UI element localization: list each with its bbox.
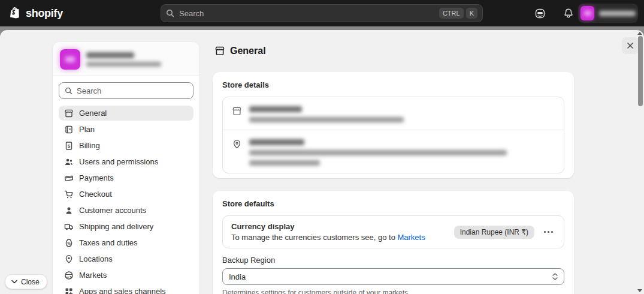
chevron-down-icon [11, 280, 17, 284]
global-search-input[interactable]: Search CTRL K [161, 4, 483, 22]
settings-search-input[interactable]: Search [59, 82, 193, 99]
backup-region-label: Backup Region [222, 256, 564, 265]
store-details-box [222, 97, 564, 173]
close-icon [627, 42, 634, 49]
sidebar-item-general[interactable]: General [59, 106, 193, 121]
truck-icon [64, 221, 74, 232]
storefront-icon [214, 46, 225, 56]
shopify-bag-icon [8, 6, 23, 20]
plan-icon [64, 124, 74, 134]
redacted-store-name [86, 52, 134, 58]
sidebar-item-label: Markets [79, 271, 107, 280]
shopify-wordmark: shopify [26, 7, 63, 20]
k-key-badge: K [466, 8, 477, 19]
redacted-store-name [249, 106, 302, 112]
sidebar-item-taxes-and-duties[interactable]: % Taxes and duties [59, 235, 193, 250]
sidebar-item-label: Checkout [79, 190, 112, 199]
backup-region-select[interactable]: India [222, 268, 564, 285]
vertical-scrollbar[interactable] [636, 31, 643, 293]
shopify-logo[interactable]: shopify [8, 6, 63, 20]
redacted-store-name [599, 11, 636, 16]
sidebar-item-shipping-and-delivery[interactable]: Shipping and delivery [59, 219, 193, 234]
sidebar-item-users-and-permissions[interactable]: Users and permissions [59, 154, 193, 169]
sidebar-item-label: Apps and sales channels [79, 287, 166, 294]
ctrl-key-badge: CTRL [439, 8, 464, 19]
redacted-billing-address-label [249, 139, 304, 145]
storefront-icon [64, 108, 74, 118]
sidebar-item-payments[interactable]: Payments [59, 170, 193, 185]
currency-display-description: To manage the currencies customers see, … [231, 233, 425, 242]
scrollbar-thumb[interactable] [638, 36, 643, 106]
settings-nav: General Plan $ Billing Users and permiss… [53, 104, 199, 294]
redacted-address-line-2 [249, 160, 320, 166]
backup-region-value: India [229, 272, 246, 281]
payments-icon [64, 173, 74, 183]
keyboard-shortcut: CTRL K [439, 8, 477, 19]
scroll-up-arrow[interactable] [637, 32, 642, 35]
billing-icon: $ [64, 140, 74, 151]
sidebar-item-customer-accounts[interactable]: Customer accounts [59, 203, 193, 218]
markets-link[interactable]: Markets [397, 233, 425, 242]
billing-address-row[interactable] [223, 130, 564, 173]
page-title: General [214, 46, 266, 56]
currency-display-label: Currency display [231, 222, 425, 231]
more-actions-icon[interactable] [542, 229, 555, 235]
scroll-down-arrow[interactable] [637, 289, 642, 292]
currency-value-badge: Indian Rupee (INR ₹) [454, 226, 534, 239]
person-icon [64, 205, 74, 215]
sidebar-item-label: Locations [79, 254, 113, 263]
sidekick-assistant-button[interactable] [531, 5, 548, 22]
sidebar-item-locations[interactable]: Locations [59, 251, 193, 266]
collapse-close-button[interactable]: Close [5, 274, 47, 289]
store-details-card: Store details [213, 72, 574, 178]
sidebar-item-apps-and-sales-channels[interactable]: Apps and sales channels [59, 284, 193, 294]
currency-description-text: To manage the currencies customers see, … [231, 233, 397, 242]
storefront-icon [231, 106, 242, 116]
section-heading: Store details [213, 72, 574, 89]
location-pin-icon [64, 254, 74, 264]
sidebar-item-label: Taxes and duties [79, 238, 138, 247]
page-title-text: General [230, 46, 266, 56]
search-placeholder: Search [179, 9, 204, 18]
select-stepper-icon [552, 273, 558, 280]
backup-region-helper-text: Determines settings for customers outsid… [222, 289, 564, 294]
settings-sidebar: Search General Plan $ Billing [53, 42, 199, 294]
svg-text:$: $ [67, 143, 70, 148]
currency-display-row: Currency display To manage the currencie… [222, 215, 564, 248]
search-icon [65, 87, 72, 95]
sidebar-item-label: Billing [79, 141, 100, 150]
section-heading: Store defaults [213, 191, 574, 208]
search-placeholder: Search [77, 86, 101, 95]
search-icon [166, 9, 174, 17]
sidebar-item-plan[interactable]: Plan [59, 122, 193, 137]
cart-icon [64, 189, 74, 199]
svg-text:%: % [67, 241, 71, 245]
notifications-button[interactable] [560, 5, 577, 22]
bell-icon [563, 8, 574, 19]
sidebar-item-billing[interactable]: $ Billing [59, 138, 193, 153]
sidebar-item-checkout[interactable]: Checkout [59, 187, 193, 202]
users-icon [64, 157, 74, 167]
redacted-store-contact [249, 117, 404, 122]
sidebar-item-label: Shipping and delivery [79, 222, 153, 231]
store-defaults-card: Store defaults Currency display To manag… [213, 191, 574, 294]
taxes-icon: % [64, 238, 74, 248]
store-account-menu[interactable] [578, 4, 638, 23]
redacted-address-line-1 [249, 150, 507, 155]
globe-icon: $ [64, 270, 74, 280]
sidebar-item-label: Plan [79, 125, 95, 134]
store-profile-row[interactable] [223, 97, 564, 130]
store-avatar [60, 49, 80, 70]
topbar: shopify Search CTRL K [0, 0, 644, 26]
location-pin-icon [231, 139, 242, 149]
sidebar-item-label: Payments [79, 173, 114, 182]
redacted-store-domain [86, 62, 161, 67]
sidebar-store-card[interactable] [53, 42, 199, 76]
sidebar-item-label: Customer accounts [79, 206, 146, 215]
sidekick-icon [534, 8, 546, 19]
store-avatar [580, 6, 594, 20]
settings-page-surface: Search General Plan $ Billing [0, 30, 644, 294]
sidebar-item-label: General [79, 109, 107, 118]
close-button-label: Close [21, 278, 40, 286]
sidebar-item-markets[interactable]: $ Markets [59, 268, 193, 283]
